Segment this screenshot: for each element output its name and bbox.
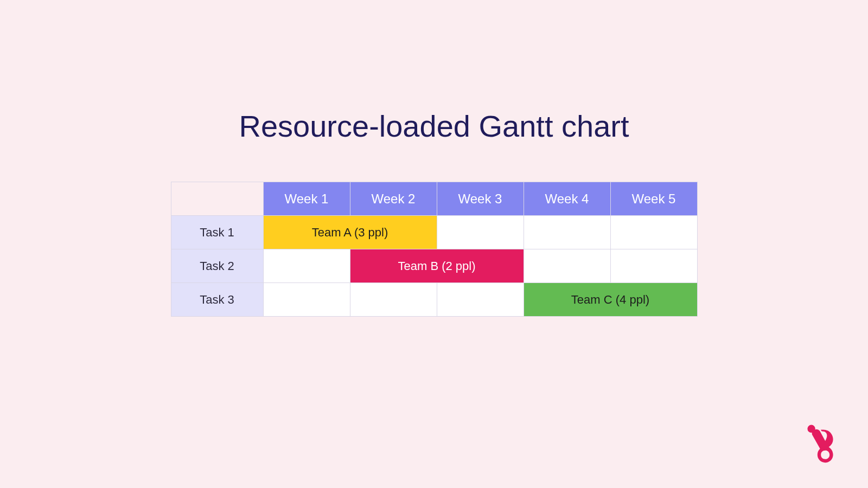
empty-cell [437,283,524,317]
row-label-task-1: Task 1 [171,216,263,249]
empty-cell [610,216,697,249]
bar-team-b: Team B (2 ppl) [350,249,524,283]
gantt-chart: Week 1 Week 2 Week 3 Week 4 Week 5 Task … [0,182,868,317]
bar-team-a: Team A (3 ppl) [263,216,437,249]
col-week-5: Week 5 [610,182,697,216]
bar-team-c: Team C (4 ppl) [524,283,697,317]
brand-logo-icon [802,422,845,465]
empty-cell [610,249,697,283]
table-row: Task 1 Team A (3 ppl) [171,216,697,249]
empty-cell [524,249,610,283]
svg-point-0 [807,425,815,433]
empty-cell [437,216,524,249]
gantt-table: Week 1 Week 2 Week 3 Week 4 Week 5 Task … [171,182,698,317]
col-week-3: Week 3 [437,182,524,216]
header-row: Week 1 Week 2 Week 3 Week 4 Week 5 [171,182,697,216]
empty-cell [350,283,437,317]
table-row: Task 3 Team C (4 ppl) [171,283,697,317]
col-week-1: Week 1 [263,182,350,216]
col-week-4: Week 4 [524,182,610,216]
row-label-task-2: Task 2 [171,249,263,283]
table-row: Task 2 Team B (2 ppl) [171,249,697,283]
header-corner [171,182,263,216]
empty-cell [263,283,350,317]
page-title: Resource-loaded Gantt chart [0,0,868,182]
col-week-2: Week 2 [350,182,437,216]
row-label-task-3: Task 3 [171,283,263,317]
empty-cell [524,216,610,249]
empty-cell [263,249,350,283]
